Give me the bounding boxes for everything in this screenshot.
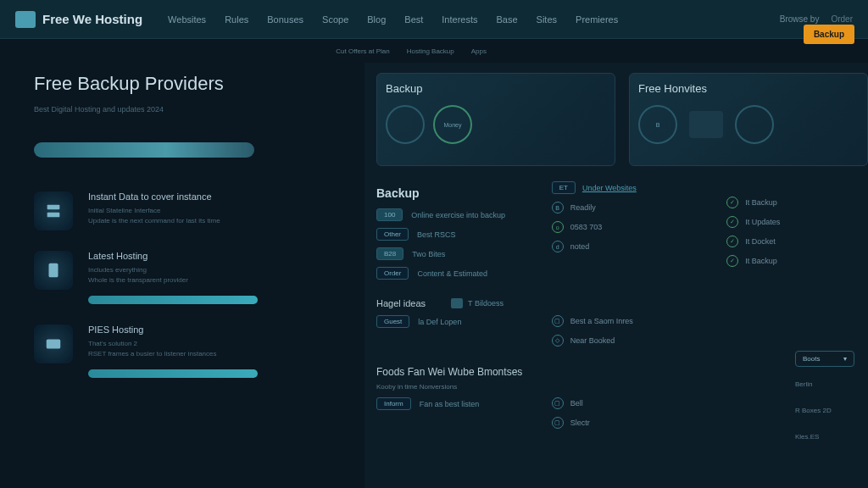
check-icon: ✓	[726, 216, 738, 228]
feature-2-bar	[88, 296, 258, 304]
nav-best[interactable]: Best	[404, 14, 423, 25]
device-icon	[34, 251, 73, 290]
split2-1[interactable]: ◇Near Booked	[552, 335, 693, 347]
side-kles: Kles.ES	[795, 433, 854, 441]
chevron-down-icon: ▾	[843, 355, 847, 363]
feature-2-sub1: Includes everything	[88, 265, 341, 275]
logo-icon	[15, 11, 36, 28]
svg-rect-1	[47, 213, 60, 218]
promo-honvites[interactable]: Free Honvites B	[629, 73, 868, 166]
logo-text: Free We Hosting	[42, 12, 142, 26]
nav-blog[interactable]: Blog	[367, 14, 386, 25]
check-icon: ✓	[726, 236, 738, 247]
left-column: Free Backup Providers Best Digital Hosti…	[0, 63, 364, 488]
header: Free We Hosting Websites Rules Bonuses S…	[0, 0, 868, 39]
square-icon: ▢	[552, 417, 564, 429]
square-icon: ▢	[552, 397, 564, 409]
split2-0[interactable]: ▢Best a Saom Inres	[552, 315, 693, 327]
nav-base[interactable]: Base	[497, 14, 518, 25]
tab-hosting[interactable]: Hosting Backup	[407, 47, 454, 55]
backup-row-2[interactable]: Order Content & Estimated	[376, 267, 518, 280]
nav-scope[interactable]: Scope	[322, 14, 348, 25]
bottom2-0[interactable]: ▢Bell	[552, 397, 693, 409]
col2-item-3[interactable]: ✓It Backup	[726, 255, 868, 267]
svg-rect-3	[47, 340, 61, 349]
promo-1-title: Backup	[386, 82, 606, 95]
progress-bar	[34, 142, 254, 158]
bottom-sub: Kooby in time Nonversions	[376, 383, 868, 391]
order-link[interactable]: Order	[831, 14, 853, 24]
side-boxes: R Boxes 2D	[795, 407, 854, 414]
page-subtitle: Best Digital Hosting and updates 2024	[34, 105, 341, 114]
col1-head: ET Under Websites	[552, 181, 693, 194]
feature-2-title: Latest Hosting	[88, 251, 341, 261]
browse-link[interactable]: Browse by	[780, 14, 820, 24]
header-right: Browse by Order	[780, 14, 853, 24]
backup-row-head: 100 Online exercise into backup	[376, 208, 518, 221]
backup-heading: Backup	[376, 186, 518, 200]
server-icon	[34, 191, 73, 230]
bottom-section: Inform Fan as best listen ▢Bell ▢Slectr	[376, 397, 868, 436]
card-icon	[34, 324, 73, 363]
badge-100: 100	[376, 208, 403, 221]
side-berlin: Berlin	[795, 380, 854, 388]
main-content: Free Backup Providers Best Digital Hosti…	[0, 63, 868, 488]
promo-2-title: Free Honvites	[638, 82, 859, 95]
feature-3-sub1: That's solution 2	[88, 339, 341, 349]
feature-2-sub2: Whole is the transparent provider	[88, 275, 341, 286]
backup-row-0[interactable]: Other Best RSCS	[376, 228, 518, 241]
sub-tabs: Cut Offers at Plan Hosting Backup Apps	[0, 39, 868, 63]
ring-icon	[735, 105, 774, 144]
promo-backup[interactable]: Backup Money	[376, 73, 615, 166]
split-section: Guest la Def Lopen ▢Best a Saom Inres ◇N…	[376, 315, 868, 354]
tab-apps[interactable]: Apps	[471, 47, 487, 55]
nav-websites[interactable]: Websites	[168, 14, 206, 25]
nav-bonuses[interactable]: Bonuses	[267, 14, 303, 25]
doc-icon: ▢	[552, 315, 564, 327]
check-icon: ✓	[726, 197, 738, 208]
feature-1-title: Instant Data to cover instance	[88, 191, 341, 202]
badge-icon: B	[638, 105, 677, 144]
col2-item-0[interactable]: ✓It Backup	[726, 197, 868, 208]
main-nav: Websites Rules Bonuses Scope Blog Best I…	[168, 14, 780, 25]
check-icon: ✓	[726, 255, 738, 267]
svg-rect-2	[49, 263, 58, 278]
under-websites-link[interactable]: Under Websites	[582, 184, 637, 192]
backup-row-1[interactable]: B28 Two Bites	[376, 247, 518, 260]
nav-sites[interactable]: Sites	[537, 14, 557, 25]
feature-3: PIES Hosting That's solution 2 RSET fram…	[34, 324, 341, 378]
side-panel: Boots▾ Berlin R Boxes 2D Kles.ES	[795, 351, 854, 459]
bottom-row-0[interactable]: Inform Fan as best listen	[376, 397, 518, 410]
feature-1-sub1: Initial Stateline Interface	[88, 206, 341, 216]
page-title: Free Backup Providers	[34, 73, 341, 95]
mini-readily[interactable]: B Readily	[552, 202, 693, 214]
tab-offers[interactable]: Cut Offers at Plan	[336, 47, 389, 55]
feature-3-sub2: RSET frames a busier to listener instanc…	[88, 349, 341, 359]
mini-noted[interactable]: d noted	[552, 241, 693, 252]
feature-1-sub2: Update is the next command for last its …	[88, 216, 341, 226]
bildoess-heading: T Bildoess	[451, 298, 504, 308]
bottom2-1[interactable]: ▢Slectr	[552, 417, 693, 429]
check-icon: B	[552, 202, 564, 214]
nav-rules[interactable]: Rules	[225, 14, 248, 25]
logo[interactable]: Free We Hosting	[15, 11, 142, 28]
backup-section: Backup 100 Online exercise into backup O…	[376, 181, 868, 286]
boots-button[interactable]: Boots▾	[795, 351, 854, 367]
col2-item-1[interactable]: ✓It Updates	[726, 216, 868, 228]
dot-icon: o	[552, 221, 564, 233]
info-icon: d	[552, 241, 564, 252]
feature-2: Latest Hosting Includes everything Whole…	[34, 251, 341, 304]
mini-number[interactable]: o 0583 703	[552, 221, 693, 233]
promo-cards: Backup Money Free Honvites B	[376, 73, 868, 166]
bottom-heading: Foods Fan Wei Wube Bmontses	[376, 366, 868, 378]
split-row-0[interactable]: Guest la Def Lopen	[376, 315, 518, 328]
col2-item-2[interactable]: ✓It Docket	[726, 236, 868, 247]
shield-icon: ◇	[552, 335, 564, 347]
nav-interests[interactable]: Interests	[442, 14, 477, 25]
hagel-heading: Hagel ideas	[376, 298, 426, 308]
screen-icon	[689, 111, 723, 138]
nav-premieres[interactable]: Premieres	[576, 14, 618, 25]
gauge-icon	[386, 105, 425, 144]
backup-cta-button[interactable]: Backup	[804, 25, 854, 44]
svg-rect-0	[47, 205, 60, 210]
